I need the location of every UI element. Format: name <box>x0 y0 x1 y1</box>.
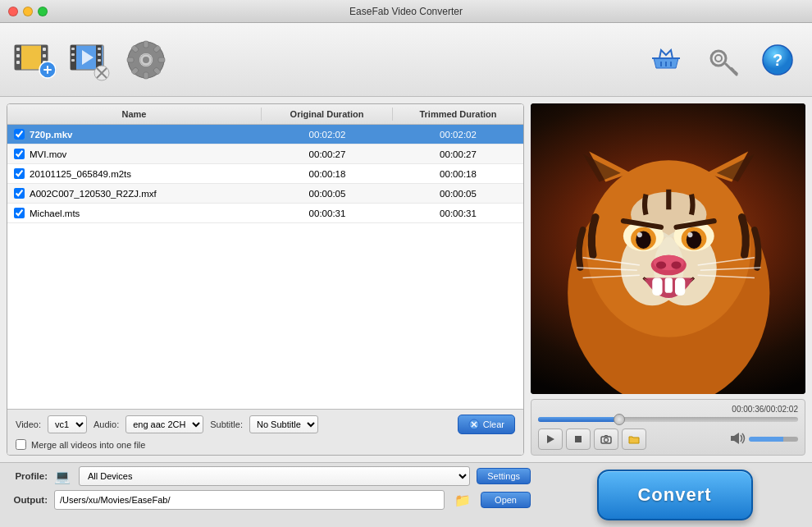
col-trimmed: Trimmed Duration <box>393 108 523 121</box>
main-window: ? Name Original Duration Trimmed Duratio… <box>0 23 812 527</box>
svg-rect-5 <box>16 61 20 64</box>
cell-trimmed-duration: 00:00:18 <box>393 164 523 183</box>
table-row[interactable]: 20101125_065849.m2ts 00:00:18 00:00:18 <box>7 164 523 184</box>
svg-point-36 <box>143 57 149 63</box>
table-row[interactable]: A002C007_120530_R2ZJ.mxf 00:00:05 00:00:… <box>7 184 523 204</box>
col-original: Original Duration <box>262 108 393 121</box>
toolbar: ? <box>0 23 812 97</box>
svg-marker-82 <box>731 433 739 444</box>
table-header: Name Original Duration Trimmed Duration <box>7 104 523 125</box>
cell-trimmed-duration: 00:00:05 <box>393 184 523 203</box>
traffic-lights <box>8 7 48 16</box>
profile-settings-button[interactable]: Settings <box>477 468 531 484</box>
cell-original-duration: 00:02:02 <box>262 125 393 144</box>
file-checkbox[interactable] <box>14 129 25 140</box>
help-button[interactable]: ? <box>753 35 802 85</box>
merge-label: Merge all videos into one file <box>31 440 145 450</box>
bottom-area: Profile: 💻 All Devices Settings Output: … <box>0 462 812 527</box>
svg-rect-18 <box>98 48 101 50</box>
cell-filename: A002C007_120530_R2ZJ.mxf <box>7 184 262 203</box>
convert-button[interactable]: Convert <box>597 470 753 520</box>
clear-icon <box>468 419 480 430</box>
file-checkbox[interactable] <box>14 208 25 218</box>
svg-rect-71 <box>675 277 685 296</box>
svg-point-68 <box>671 261 681 268</box>
maximize-button[interactable] <box>38 7 48 16</box>
col-name: Name <box>7 108 262 121</box>
time-display: 00:00:36/00:02:02 <box>538 405 798 414</box>
audio-select[interactable]: eng aac 2CH <box>125 415 203 433</box>
cell-original-duration: 00:00:05 <box>262 184 393 203</box>
svg-point-42 <box>715 55 722 62</box>
open-folder-button[interactable] <box>622 428 646 450</box>
track-row: Video: vc1 Audio: eng aac 2CH Subtitle: … <box>16 415 515 434</box>
stop-icon <box>573 434 583 444</box>
play-button[interactable] <box>538 428 563 450</box>
register-button[interactable] <box>697 35 746 85</box>
video-preview <box>531 103 805 394</box>
profile-label: Profile: <box>7 471 48 481</box>
profile-select[interactable]: All Devices <box>79 466 470 486</box>
cell-filename: 720p.mkv <box>7 125 262 144</box>
subtitle-select[interactable]: No Subtitle <box>249 415 318 433</box>
svg-rect-27 <box>144 41 148 48</box>
svg-rect-28 <box>144 72 148 79</box>
file-panel: Name Original Duration Trimmed Duration … <box>7 103 524 456</box>
progress-fill <box>538 417 616 422</box>
cell-filename: 20101125_065849.m2ts <box>7 164 262 183</box>
camera-icon <box>600 434 612 444</box>
svg-rect-7 <box>43 54 46 57</box>
svg-rect-19 <box>98 53 101 56</box>
app-title: EaseFab Video Converter <box>349 6 463 17</box>
settings-button[interactable] <box>121 35 171 85</box>
svg-point-67 <box>656 261 666 268</box>
table-row[interactable]: MVI.mov 00:00:27 00:00:27 <box>7 144 523 164</box>
folder-icon <box>628 434 640 444</box>
cell-original-duration: 00:00:27 <box>262 144 393 163</box>
svg-rect-29 <box>127 57 134 62</box>
content-area: Name Original Duration Trimmed Duration … <box>0 97 812 462</box>
toolbar-right: ? <box>641 35 802 85</box>
progress-thumb[interactable] <box>614 414 625 425</box>
svg-rect-30 <box>158 57 165 62</box>
table-row[interactable]: Michael.mts 00:00:31 00:00:31 <box>7 204 523 223</box>
output-path-input[interactable] <box>54 490 445 510</box>
open-button[interactable]: Open <box>481 492 531 508</box>
add-video-button[interactable] <box>10 35 59 85</box>
volume-icon[interactable] <box>729 431 746 448</box>
merge-row: Merge all videos into one file <box>16 439 515 450</box>
ctrl-buttons <box>538 428 798 450</box>
progress-bar[interactable] <box>538 417 798 422</box>
cell-original-duration: 00:00:18 <box>262 164 393 183</box>
toolbar-left <box>10 35 171 85</box>
bottom-right: Convert <box>537 463 812 527</box>
video-select[interactable]: vc1 <box>48 415 87 433</box>
svg-text:?: ? <box>773 51 782 69</box>
clear-button[interactable]: Clear <box>458 415 515 434</box>
shop-button[interactable] <box>641 35 691 85</box>
file-checkbox[interactable] <box>14 188 25 199</box>
close-button[interactable] <box>8 7 18 16</box>
volume-slider[interactable] <box>749 437 798 442</box>
ctrl-right <box>729 431 798 448</box>
minimize-button[interactable] <box>23 7 33 16</box>
svg-rect-17 <box>71 59 75 62</box>
cell-trimmed-duration: 00:02:02 <box>393 125 523 144</box>
play-icon <box>545 434 555 444</box>
file-checkbox[interactable] <box>14 168 25 179</box>
add-clip-button[interactable] <box>66 35 115 85</box>
merge-checkbox[interactable] <box>16 439 26 450</box>
stop-button[interactable] <box>566 428 591 450</box>
file-checkbox[interactable] <box>14 149 25 159</box>
track-controls-bar: Video: vc1 Audio: eng aac 2CH Subtitle: … <box>7 409 523 455</box>
video-label: Video: <box>16 419 41 429</box>
svg-rect-3 <box>16 48 20 51</box>
profile-row: Profile: 💻 All Devices Settings <box>7 466 531 486</box>
cell-trimmed-duration: 00:00:27 <box>393 144 523 163</box>
svg-rect-20 <box>98 59 101 62</box>
table-row[interactable]: 720p.mkv 00:02:02 00:02:02 <box>7 125 523 144</box>
track-controls: Video: vc1 Audio: eng aac 2CH Subtitle: … <box>16 415 318 433</box>
snapshot-button[interactable] <box>594 428 618 450</box>
svg-point-81 <box>604 438 609 442</box>
svg-rect-16 <box>71 53 75 56</box>
